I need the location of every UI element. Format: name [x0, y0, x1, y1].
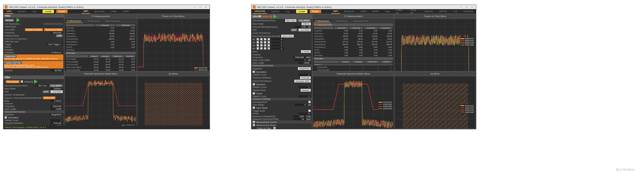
- local-button[interactable]: Local: [43, 10, 54, 13]
- bw-select[interactable]: 20MHz: [302, 23, 311, 25]
- freq-input[interactable]: 5500.000: [293, 56, 305, 58]
- ea-input[interactable]: 0.00: [295, 26, 307, 28]
- proto-tab-wifi[interactable]: WiFi: [82, 9, 90, 14]
- play-button[interactable]: [273, 14, 277, 19]
- proto-tab[interactable]: GPRF: [121, 9, 131, 13]
- play-button[interactable]: [34, 79, 38, 84]
- rep-select[interactable]: SingleShot: [50, 113, 63, 116]
- step-input[interactable]: 15000: [299, 62, 311, 64]
- arb-button[interactable]: ARB: [56, 34, 63, 37]
- select-csv-button[interactable]: Select CSV File: [5, 61, 22, 64]
- port-radio[interactable]: [51, 23, 53, 25]
- port-radio[interactable]: [46, 23, 48, 25]
- proto-tab-wifi[interactable]: WiFi: [331, 9, 340, 14]
- local-button[interactable]: Local: [296, 10, 307, 13]
- proto-tab[interactable]: Bluetooth: [93, 9, 107, 13]
- proto-tab[interactable]: UWB: [359, 9, 368, 13]
- port-radio[interactable]: [44, 23, 46, 25]
- reset-button[interactable]: Reset: [56, 10, 68, 13]
- tab-system[interactable]: System: [16, 9, 28, 13]
- proto-tab[interactable]: NArsRx: [423, 9, 435, 13]
- tab-system[interactable]: System: [269, 9, 281, 13]
- sweep-loss-table-button[interactable]: SweepLossTable: [44, 28, 63, 31]
- reset-button[interactable]: Reset: [310, 10, 321, 13]
- subtab[interactable]: OFDMA Result: [333, 19, 349, 23]
- close-button[interactable]: ×: [469, 6, 475, 9]
- srm-select[interactable]: 802.11be: [285, 19, 296, 22]
- dm-select[interactable]: Relative: [301, 89, 311, 92]
- maximize-button[interactable]: □: [464, 6, 469, 9]
- proto-tab[interactable]: WCDMA: [462, 9, 475, 13]
- result-checkbox[interactable]: [273, 127, 276, 129]
- tab-vsg[interactable]: VSG: [5, 9, 13, 14]
- port-radio[interactable]: [61, 23, 63, 25]
- play-button[interactable]: [16, 18, 20, 22]
- freq-input[interactable]: 5500.000: [51, 105, 63, 107]
- ce-select[interactable]: FullLoad: [51, 122, 63, 124]
- dump-iq-checkbox[interactable]: [21, 80, 23, 83]
- mixer-input[interactable]: 0: [295, 59, 307, 61]
- proto-tab[interactable]: LTE: [451, 9, 459, 13]
- svg-rect-1358: [177, 91, 178, 92]
- tab-log[interactable]: Log: [284, 9, 291, 13]
- auto-adj-cb[interactable]: [308, 101, 311, 103]
- recompute-button[interactable]: ReCompute: [6, 80, 19, 83]
- minimize-button[interactable]: −: [458, 6, 464, 9]
- subtab[interactable]: Signal Information: [103, 19, 122, 23]
- spec-cb[interactable]: [253, 83, 255, 86]
- subtab[interactable]: Tx Measurement: [313, 19, 331, 23]
- loss-table-button[interactable]: LossTable: [51, 90, 63, 93]
- port-radio[interactable]: [48, 23, 51, 25]
- close-button[interactable]: ×: [203, 6, 208, 9]
- band-select[interactable]: 2.4GHz: [301, 50, 311, 53]
- a3-cb[interactable]: [264, 44, 266, 47]
- subtab[interactable]: OFDMA Result: [85, 19, 101, 23]
- maximize-button[interactable]: □: [198, 6, 203, 9]
- trigger-select[interactable]: User Trigger 1: [47, 43, 63, 45]
- auto-level-button[interactable]: Auto Level: [43, 96, 55, 99]
- proto-tab[interactable]: NRFR2: [437, 9, 449, 13]
- a1-cb[interactable]: [257, 38, 259, 40]
- port-radio[interactable]: [58, 23, 60, 25]
- a4-cb[interactable]: [268, 47, 270, 50]
- subtab[interactable]: Signal Information: [352, 19, 370, 23]
- fdc-toggle[interactable]: OFF: [291, 29, 297, 31]
- power-cb[interactable]: [253, 92, 255, 95]
- svg-rect-2523: [406, 101, 406, 102]
- mod-cb[interactable]: [253, 71, 255, 73]
- true-mimo-button[interactable]: True MIMO: [298, 19, 311, 22]
- auto-level-button[interactable]: Auto Level: [281, 35, 294, 37]
- tab-vsgvsa[interactable]: VSG/VSA: [253, 9, 267, 14]
- tab-log[interactable]: Log: [30, 9, 38, 13]
- loss-table-button[interactable]: LossTable: [299, 29, 311, 31]
- sc-input[interactable]: 1: [299, 74, 311, 76]
- srm-select[interactable]: 802.11be: [36, 85, 48, 87]
- proto-tab[interactable]: UWB: [109, 9, 118, 13]
- col-header: Antenna4: [379, 27, 393, 29]
- band-select[interactable]: 2.4GHz: [51, 100, 63, 102]
- svg-rect-4653: [466, 122, 466, 123]
- bw-select[interactable]: 320MHz: [51, 88, 63, 90]
- rep-select[interactable]: SingleShot: [298, 67, 311, 70]
- select-arb-button[interactable]: Select Arb: [5, 55, 17, 58]
- sc-input[interactable]: 1: [51, 119, 63, 121]
- modulation-checkbox[interactable]: [5, 116, 7, 119]
- minimize-button[interactable]: −: [192, 6, 198, 9]
- ce-select[interactable]: FullLoad: [300, 76, 311, 79]
- step-input[interactable]: 15000: [51, 108, 63, 110]
- subtab[interactable]: Tx Measurement: [65, 19, 83, 23]
- port-radio[interactable]: [53, 23, 55, 25]
- repetition-select[interactable]: Continuous: [50, 51, 63, 54]
- proto-tab[interactable]: GPRF: [370, 9, 381, 13]
- signal-loss-table-button[interactable]: SignalLossTable: [25, 28, 43, 31]
- true-mimo-button[interactable]: True MIMO: [50, 84, 63, 87]
- proto-tab[interactable]: Vipn: [383, 9, 392, 13]
- fdc-toggle[interactable]: OFF: [43, 90, 49, 93]
- normal-toggle[interactable]: Normal: [5, 19, 14, 22]
- value[interactable]: 5500.000: [51, 32, 63, 34]
- dump-iq-checkbox[interactable]: [258, 15, 261, 18]
- port-radio[interactable]: [56, 23, 58, 25]
- a2-cb[interactable]: [260, 41, 263, 44]
- dsss-select[interactable]: Standard 2007: [294, 80, 311, 82]
- proto-tab[interactable]: Bluetooth: [342, 9, 356, 13]
